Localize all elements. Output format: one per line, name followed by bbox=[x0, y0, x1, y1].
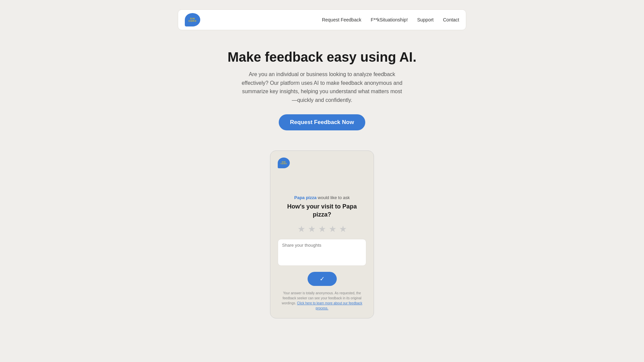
card-footer-link[interactable]: Click here to learn more about our feedb… bbox=[297, 301, 363, 310]
hero-section: Make feedback easy using AI. Are you an … bbox=[0, 40, 644, 150]
nav-support[interactable]: Support bbox=[417, 17, 434, 22]
logo-text-line1: SIN bbox=[190, 17, 195, 20]
navbar: SIN CERO Request Feedback F**kSituations… bbox=[178, 9, 466, 30]
nav-fk-situationship[interactable]: F**kSituationship! bbox=[371, 17, 408, 22]
card-logo-text2: CERO bbox=[280, 163, 287, 165]
feedback-card: SIN CERO Papa pizza would like to ask Ho… bbox=[270, 150, 374, 318]
cta-request-feedback-button[interactable]: Request Feedback Now bbox=[279, 114, 366, 130]
checkmark-icon: ✓ bbox=[320, 275, 325, 283]
submit-row: ✓ bbox=[278, 272, 366, 286]
card-question: How's your visit to Papa pizza? bbox=[278, 203, 366, 219]
star-4[interactable]: ★ bbox=[329, 224, 336, 234]
stars-row: ★ ★ ★ ★ ★ bbox=[278, 224, 366, 234]
star-3[interactable]: ★ bbox=[318, 224, 326, 234]
feedback-textarea[interactable] bbox=[278, 239, 366, 266]
card-requester-line: Papa pizza would like to ask bbox=[278, 195, 366, 200]
card-requester-name: Papa pizza bbox=[294, 195, 316, 200]
nav-request-feedback[interactable]: Request Feedback bbox=[322, 17, 362, 22]
logo[interactable]: SIN CERO bbox=[185, 13, 200, 26]
card-requester-prefix: would like to ask bbox=[318, 195, 350, 200]
nav-contact[interactable]: Contact bbox=[443, 17, 459, 22]
card-logo-bubble: SIN CERO bbox=[278, 158, 290, 168]
logo-bubble: SIN CERO bbox=[185, 13, 200, 26]
hero-subtitle: Are you an individual or business lookin… bbox=[241, 70, 402, 104]
star-5[interactable]: ★ bbox=[339, 224, 347, 234]
card-footer: Your answer is totally anonymous. As req… bbox=[278, 291, 366, 311]
feedback-card-wrapper: SIN CERO Papa pizza would like to ask Ho… bbox=[0, 150, 644, 339]
star-1[interactable]: ★ bbox=[298, 224, 305, 234]
hero-title: Make feedback easy using AI. bbox=[7, 50, 637, 65]
submit-button[interactable]: ✓ bbox=[308, 272, 337, 286]
star-2[interactable]: ★ bbox=[308, 224, 316, 234]
nav-links: Request Feedback F**kSituationship! Supp… bbox=[322, 17, 459, 22]
logo-text-line2: CERO bbox=[189, 20, 197, 22]
